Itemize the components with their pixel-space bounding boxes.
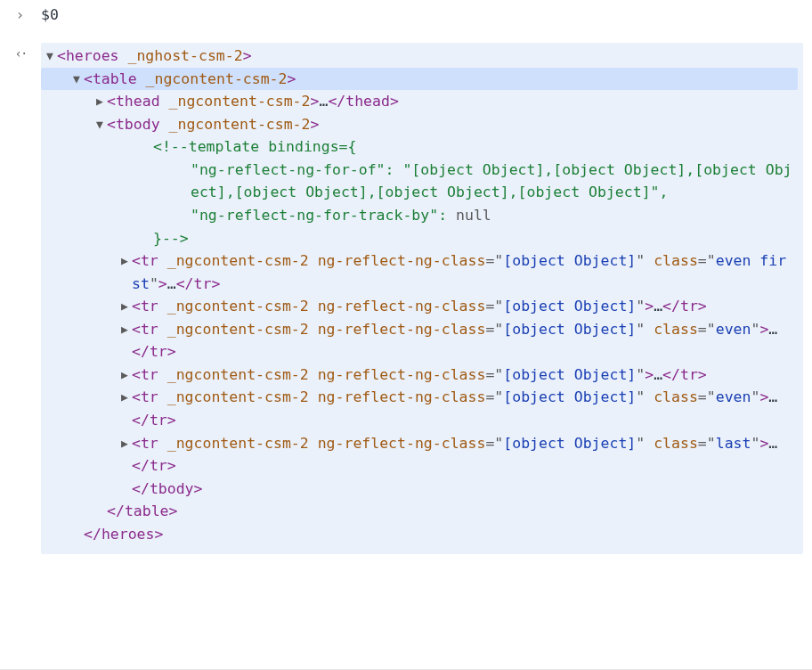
expand-arrow-icon[interactable]: ▼ (69, 68, 84, 88)
node-tr[interactable]: ▶<tr _ngcontent-csm-2 ng-reflect-ng-clas… (43, 432, 792, 478)
expand-arrow-icon[interactable]: ▶ (118, 318, 132, 339)
expand-arrow-icon[interactable]: ▼ (43, 45, 57, 65)
node-table-selected[interactable]: ▼ <table _ngcontent-csm-2> (41, 68, 798, 91)
comment-node-body: • "ng-reflect-ng-for-of": "[object Objec… (43, 159, 792, 204)
console-output-row: › $0 (0, 0, 812, 30)
node-tr[interactable]: ▶<tr _ngcontent-csm-2 ng-reflect-ng-clas… (43, 386, 792, 431)
devtools-elements-panel: › $0 ‹· ▼ <heroes _nghost-csm-2> ▼ (0, 0, 812, 670)
node-tbody[interactable]: ▼ <tbody _ngcontent-csm-2> (43, 113, 792, 136)
back-gutter: ‹· (0, 43, 41, 554)
comment-node-body: • }--> (43, 227, 792, 250)
node-thead[interactable]: ▶ <thead _ngcontent-csm-2>…</thead> (43, 90, 792, 113)
console-prompt-gutter: › (0, 4, 41, 27)
dom-tree[interactable]: ▼ <heroes _nghost-csm-2> ▼ <table _ngcon… (41, 43, 803, 554)
node-tr[interactable]: ▶<tr _ngcontent-csm-2 ng-reflect-ng-clas… (43, 295, 792, 318)
dom-tree-block: ‹· ▼ <heroes _nghost-csm-2> ▼ <table _ng… (0, 43, 812, 554)
expand-arrow-icon[interactable]: ▶ (118, 295, 132, 315)
expand-arrow-icon[interactable]: ▼ (93, 113, 107, 134)
comment-node[interactable]: • <!--template bindings={ (43, 135, 792, 159)
expand-arrow-icon[interactable]: ▶ (118, 386, 132, 406)
expand-arrow-icon[interactable]: ▶ (118, 432, 132, 453)
comment-node-body: • "ng-reflect-ng-for-track-by": null (43, 204, 792, 227)
node-heroes-close[interactable]: • </heroes> (43, 523, 792, 546)
node-table-close[interactable]: • </table> (43, 500, 792, 523)
node-heroes[interactable]: ▼ <heroes _nghost-csm-2> (43, 45, 792, 68)
node-tr[interactable]: ▶<tr _ngcontent-csm-2 ng-reflect-ng-clas… (43, 364, 792, 387)
expand-arrow-icon[interactable]: ▶ (118, 249, 132, 270)
console-output-text: $0 (41, 4, 59, 27)
expand-arrow-icon[interactable]: ▶ (93, 90, 107, 110)
node-tr[interactable]: ▶<tr _ngcontent-csm-2 ng-reflect-ng-clas… (43, 249, 792, 295)
chevron-left-icon: ‹· (15, 45, 27, 64)
expand-arrow-icon[interactable]: ▶ (118, 364, 132, 384)
console-prompt-icon: › (16, 4, 26, 27)
node-tr[interactable]: ▶<tr _ngcontent-csm-2 ng-reflect-ng-clas… (43, 318, 792, 364)
node-tbody-close[interactable]: • </tbody> (43, 478, 792, 501)
